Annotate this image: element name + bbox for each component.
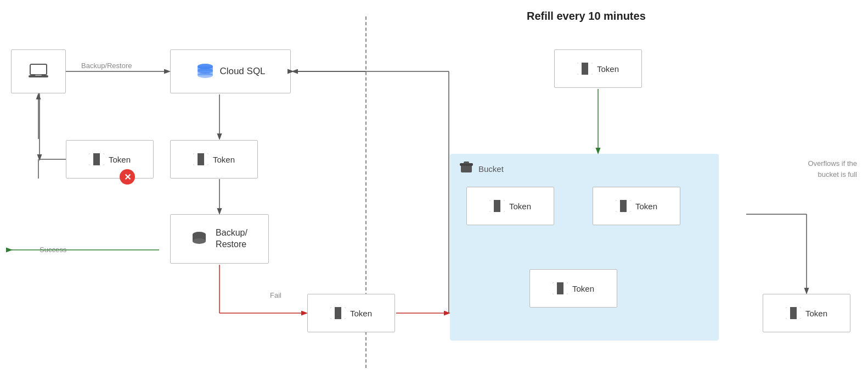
error-badge: ✕: [120, 169, 135, 185]
backup-restore-arrow-label: Backup/Restore: [81, 62, 132, 70]
token-box-mid-top: Token: [170, 140, 258, 179]
bucket-label: Bucket: [478, 164, 504, 174]
success-label: Success: [40, 246, 66, 254]
token-box-bucket-3: Token: [529, 269, 617, 308]
cloud-sql-icon: [195, 61, 215, 82]
token-icon-bucket-1: [489, 200, 505, 212]
db-icon: [191, 231, 207, 248]
backup-restore-box: Backup/Restore: [170, 214, 269, 264]
token-label-bucket-1: Token: [509, 202, 531, 211]
svg-rect-2: [35, 75, 42, 76]
diagram-container: Refill every 10 minutes Cloud SQL: [0, 0, 868, 379]
token-box-bucket-1: Token: [466, 187, 554, 225]
svg-rect-7: [198, 71, 213, 75]
token-icon-bucket-3: [553, 282, 568, 294]
svg-rect-6: [198, 66, 213, 71]
token-icon-fail: [330, 307, 346, 319]
page-title: Refill every 10 minutes: [527, 10, 646, 23]
fail-label: Fail: [270, 291, 281, 299]
cloud-sql-box: Cloud SQL: [170, 49, 291, 93]
token-label-overflow: Token: [805, 309, 827, 318]
laptop-box: [11, 49, 66, 93]
token-box-left: Token: [66, 140, 154, 179]
cloud-sql-label: Cloud SQL: [219, 66, 265, 77]
token-label-bucket-3: Token: [572, 284, 594, 293]
arrows-overlay: [0, 0, 868, 379]
token-icon-top-right: [577, 63, 593, 75]
token-label-top-right: Token: [597, 64, 619, 74]
token-icon-overflow: [786, 307, 801, 319]
token-icon-mid-top: [193, 153, 208, 165]
backup-restore-label: Backup/Restore: [216, 227, 247, 250]
token-box-fail: Token: [307, 294, 395, 332]
laptop-icon: [29, 63, 48, 80]
token-label-fail: Token: [350, 309, 372, 318]
svg-point-10: [193, 238, 206, 244]
token-box-overflow: Token: [763, 294, 850, 332]
svg-rect-0: [30, 64, 47, 75]
token-icon-left: [89, 153, 104, 165]
svg-rect-11: [461, 165, 472, 172]
token-label-bucket-2: Token: [635, 202, 657, 211]
bucket-icon: [459, 160, 474, 177]
token-box-top-right: Token: [554, 49, 642, 88]
overflow-label: Overflows if thebucket is full: [753, 158, 857, 180]
token-label-left: Token: [109, 155, 131, 164]
svg-rect-13: [464, 161, 469, 164]
token-icon-bucket-2: [616, 200, 631, 212]
token-box-bucket-2: Token: [593, 187, 680, 225]
bucket-header: Bucket: [459, 160, 504, 177]
token-label-mid-top: Token: [213, 155, 235, 164]
bucket-area: Bucket Token Token Token: [450, 154, 719, 341]
